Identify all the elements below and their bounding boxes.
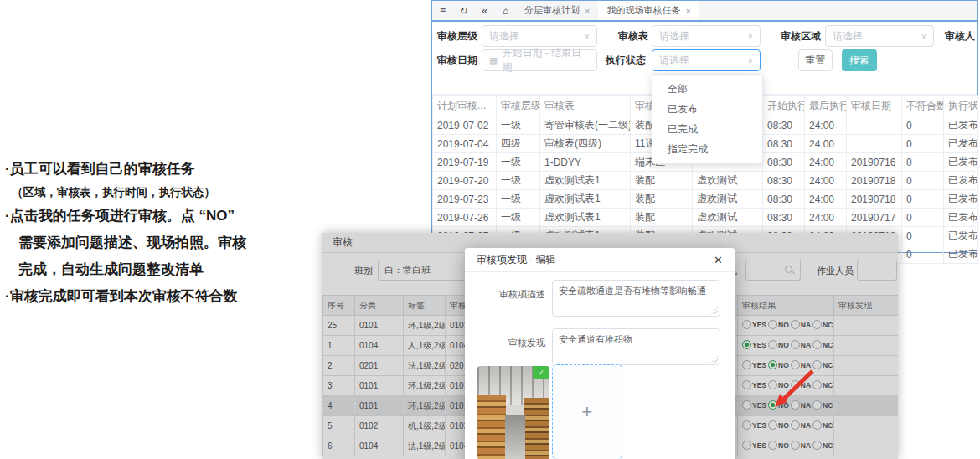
radio-icon[interactable]: [812, 400, 822, 410]
cell: 2: [323, 356, 355, 376]
radio-option-no[interactable]: NO: [768, 441, 789, 450]
radio-option-nc[interactable]: NC: [812, 441, 833, 450]
radio-option-no[interactable]: NO: [768, 420, 789, 430]
radio-option-na[interactable]: NA: [791, 400, 811, 410]
resize-handle-icon[interactable]: [711, 356, 718, 363]
note-line: ·审核完成即可看到本次审核不符合数: [5, 283, 340, 310]
radio-option-yes[interactable]: YES: [742, 380, 766, 389]
close-icon[interactable]: ✕: [714, 255, 723, 266]
finding-textarea[interactable]: 安全通道有堆积物: [552, 328, 720, 365]
radio-option-na[interactable]: NA: [791, 420, 811, 430]
cell: 1: [323, 336, 355, 356]
cell: 24:00: [805, 153, 847, 172]
radio-icon[interactable]: [742, 340, 751, 349]
close-icon[interactable]: ×: [685, 6, 690, 16]
radio-icon[interactable]: [812, 441, 822, 450]
machine-search-input[interactable]: [745, 260, 801, 281]
upload-photo-button[interactable]: +: [552, 364, 622, 459]
task-row[interactable]: 2019-07-20一级虚欢测试表1装配虚欢测试08:3024:00201907…: [433, 172, 978, 190]
tab-audit-plan[interactable]: 分层审核计划 ×: [516, 1, 598, 20]
radio-icon[interactable]: [812, 360, 822, 369]
dropdown-option[interactable]: 全部: [652, 79, 762, 99]
reset-button[interactable]: 重置: [798, 49, 833, 71]
radio-icon[interactable]: [742, 320, 751, 329]
radio-icon[interactable]: [742, 400, 751, 410]
radio-option-na[interactable]: NA: [791, 380, 811, 389]
close-icon[interactable]: ×: [585, 6, 590, 16]
radio-option-na[interactable]: NA: [791, 320, 811, 329]
radio-label: NA: [801, 361, 811, 369]
menu-icon[interactable]: ≡: [432, 1, 453, 20]
radio-option-yes[interactable]: YES: [742, 441, 766, 450]
radio-icon[interactable]: [742, 380, 751, 389]
radio-option-na[interactable]: NA: [791, 360, 811, 369]
refresh-icon[interactable]: ↻: [453, 1, 474, 20]
task-row[interactable]: 2019-07-23一级虚欢测试表1装配虚欢测试08:3024:00201907…: [433, 190, 978, 209]
column-header: 标签: [404, 296, 446, 316]
radio-option-no[interactable]: NO: [768, 320, 789, 329]
radio-icon[interactable]: [768, 380, 777, 389]
radio-icon[interactable]: [812, 320, 822, 329]
radio-icon[interactable]: [742, 420, 751, 430]
radio-option-nc[interactable]: NC: [812, 420, 833, 430]
radio-option-no[interactable]: NO: [768, 340, 789, 349]
radio-option-yes[interactable]: YES: [742, 400, 766, 410]
radio-icon[interactable]: [768, 360, 777, 369]
radio-icon[interactable]: [791, 441, 800, 450]
radio-icon[interactable]: [791, 400, 800, 410]
radio-icon[interactable]: [791, 320, 800, 329]
site-photo-thumbnail[interactable]: ✓: [477, 366, 549, 459]
radio-icon[interactable]: [791, 360, 800, 369]
radio-icon[interactable]: [812, 420, 822, 430]
radio-option-nc[interactable]: NC: [812, 380, 833, 389]
radio-option-no[interactable]: NO: [768, 400, 789, 410]
radio-option-no[interactable]: NO: [768, 360, 789, 369]
task-row[interactable]: 2019-07-26一级虚欢测试表1装配虚欢测试08:3024:00201907…: [433, 209, 978, 227]
radio-icon[interactable]: [742, 441, 751, 450]
resize-handle-icon[interactable]: [711, 307, 718, 314]
sheet-select[interactable]: 请选择 ∨: [652, 25, 761, 47]
radio-option-nc[interactable]: NC: [812, 320, 833, 329]
collapse-icon[interactable]: «: [474, 1, 495, 20]
cell: 0: [902, 190, 944, 209]
date-range-input[interactable]: ▦ 开始日期 - 结束日期: [482, 49, 597, 71]
item-desc-textarea[interactable]: 安全疏散通道是否有堆物等影响畅通: [552, 280, 720, 317]
radio-icon[interactable]: [768, 340, 777, 349]
home-icon[interactable]: ⌂: [495, 1, 516, 20]
radio-icon[interactable]: [791, 380, 800, 389]
radio-option-yes[interactable]: YES: [742, 360, 766, 369]
radio-icon[interactable]: [812, 380, 822, 389]
dropdown-option[interactable]: 指定完成: [652, 139, 762, 159]
radio-icon[interactable]: [768, 420, 777, 430]
radio-icon[interactable]: [791, 340, 800, 349]
radio-icon[interactable]: [768, 400, 777, 410]
notes: ·员工可以看到自己的审核任务（区域，审核表，执行时间，执行状态）·点击我的任务项…: [5, 156, 340, 310]
radio-option-na[interactable]: NA: [791, 340, 811, 349]
region-select[interactable]: 请选择 ∨: [825, 25, 934, 47]
shift-label: 班别: [354, 260, 373, 281]
dropdown-option[interactable]: 已完成: [652, 119, 762, 139]
radio-icon[interactable]: [768, 441, 777, 450]
finding-cell: [834, 436, 899, 456]
radio-option-yes[interactable]: YES: [742, 320, 766, 329]
radio-option-na[interactable]: NA: [791, 441, 811, 450]
radio-option-yes[interactable]: YES: [742, 340, 766, 349]
dropdown-option[interactable]: 已发布: [652, 99, 762, 119]
shift-input[interactable]: 白：常白班: [378, 260, 467, 281]
level-select[interactable]: 请选择 ∨: [482, 25, 597, 47]
radio-icon[interactable]: [742, 360, 751, 369]
radio-icon[interactable]: [791, 420, 800, 430]
status-select[interactable]: 请选择 ∧: [652, 49, 761, 71]
radio-option-nc[interactable]: NC: [812, 400, 833, 410]
radio-option-no[interactable]: NO: [768, 380, 789, 389]
search-button[interactable]: 搜索: [842, 49, 877, 71]
cell: 人,1级,2级,3...: [404, 336, 446, 356]
radio-option-nc[interactable]: NC: [812, 340, 833, 349]
radio-icon[interactable]: [768, 320, 777, 329]
radio-option-nc[interactable]: NC: [812, 360, 833, 369]
tab-my-site-audit-tasks[interactable]: 我的现场审核任务 ×: [598, 1, 699, 20]
radio-option-yes[interactable]: YES: [742, 420, 766, 430]
worker-input[interactable]: [857, 260, 897, 281]
radio-icon[interactable]: [812, 340, 822, 349]
column-header: 序号: [323, 296, 355, 316]
